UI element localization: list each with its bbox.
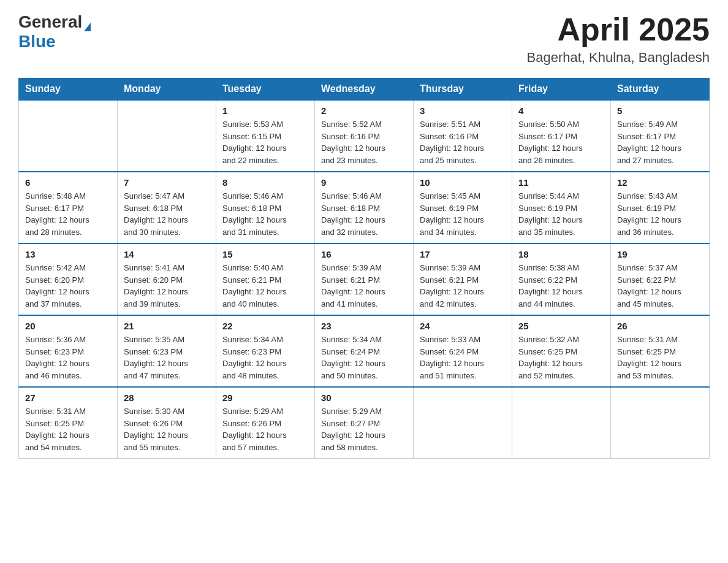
day-number: 1 xyxy=(222,105,308,116)
day-number: 5 xyxy=(617,105,703,116)
day-info: Sunrise: 5:46 AMSunset: 6:18 PMDaylight:… xyxy=(222,190,308,238)
day-info: Sunrise: 5:47 AMSunset: 6:18 PMDaylight:… xyxy=(124,190,210,238)
day-info: Sunrise: 5:34 AMSunset: 6:24 PMDaylight:… xyxy=(321,334,407,381)
calendar-cell: 2Sunrise: 5:52 AMSunset: 6:16 PMDaylight… xyxy=(315,100,414,172)
calendar-cell: 1Sunrise: 5:53 AMSunset: 6:15 PMDaylight… xyxy=(216,100,315,172)
calendar-week-row: 6Sunrise: 5:48 AMSunset: 6:17 PMDaylight… xyxy=(19,172,710,243)
month-year-title: April 2025 xyxy=(527,12,710,47)
calendar-cell: 7Sunrise: 5:47 AMSunset: 6:18 PMDaylight… xyxy=(118,172,216,243)
calendar-cell: 16Sunrise: 5:39 AMSunset: 6:21 PMDayligh… xyxy=(315,243,414,315)
day-info: Sunrise: 5:39 AMSunset: 6:21 PMDaylight:… xyxy=(321,262,407,310)
calendar-cell: 28Sunrise: 5:30 AMSunset: 6:26 PMDayligh… xyxy=(118,387,216,459)
day-number: 20 xyxy=(25,321,111,331)
calendar-cell: 13Sunrise: 5:42 AMSunset: 6:20 PMDayligh… xyxy=(19,243,118,315)
day-number: 2 xyxy=(321,105,407,116)
day-info: Sunrise: 5:50 AMSunset: 6:17 PMDaylight:… xyxy=(518,118,604,166)
day-number: 4 xyxy=(518,105,604,116)
calendar-cell: 17Sunrise: 5:39 AMSunset: 6:21 PMDayligh… xyxy=(414,243,512,315)
calendar-cell: 4Sunrise: 5:50 AMSunset: 6:17 PMDaylight… xyxy=(512,100,611,172)
calendar-cell xyxy=(512,387,611,459)
calendar-cell: 20Sunrise: 5:36 AMSunset: 6:23 PMDayligh… xyxy=(19,315,118,387)
day-number: 29 xyxy=(222,393,308,403)
day-number: 3 xyxy=(420,105,506,116)
calendar-cell: 12Sunrise: 5:43 AMSunset: 6:19 PMDayligh… xyxy=(611,172,710,243)
calendar-cell: 3Sunrise: 5:51 AMSunset: 6:16 PMDaylight… xyxy=(414,100,512,172)
calendar-cell: 18Sunrise: 5:38 AMSunset: 6:22 PMDayligh… xyxy=(512,243,611,315)
day-info: Sunrise: 5:46 AMSunset: 6:18 PMDaylight:… xyxy=(321,190,407,238)
day-info: Sunrise: 5:31 AMSunset: 6:25 PMDaylight:… xyxy=(25,405,111,453)
day-info: Sunrise: 5:45 AMSunset: 6:19 PMDaylight:… xyxy=(420,190,506,238)
logo-triangle-icon xyxy=(84,18,91,31)
calendar-cell: 25Sunrise: 5:32 AMSunset: 6:25 PMDayligh… xyxy=(512,315,611,387)
day-number: 14 xyxy=(124,249,210,259)
day-number: 24 xyxy=(420,321,506,331)
day-number: 11 xyxy=(518,177,604,188)
day-info: Sunrise: 5:44 AMSunset: 6:19 PMDaylight:… xyxy=(518,190,604,238)
calendar-cell xyxy=(611,387,710,459)
day-number: 10 xyxy=(420,177,506,188)
calendar-cell: 5Sunrise: 5:49 AMSunset: 6:17 PMDaylight… xyxy=(611,100,710,172)
day-number: 25 xyxy=(518,321,604,331)
calendar-cell: 11Sunrise: 5:44 AMSunset: 6:19 PMDayligh… xyxy=(512,172,611,243)
day-number: 7 xyxy=(124,177,210,188)
day-info: Sunrise: 5:39 AMSunset: 6:21 PMDaylight:… xyxy=(420,262,506,310)
day-info: Sunrise: 5:51 AMSunset: 6:16 PMDaylight:… xyxy=(420,118,506,166)
calendar-cell xyxy=(414,387,512,459)
weekday-header-row: SundayMondayTuesdayWednesdayThursdayFrid… xyxy=(19,79,710,101)
calendar-cell: 9Sunrise: 5:46 AMSunset: 6:18 PMDaylight… xyxy=(315,172,414,243)
day-info: Sunrise: 5:40 AMSunset: 6:21 PMDaylight:… xyxy=(222,262,308,310)
calendar-cell: 22Sunrise: 5:34 AMSunset: 6:23 PMDayligh… xyxy=(216,315,315,387)
calendar-cell: 27Sunrise: 5:31 AMSunset: 6:25 PMDayligh… xyxy=(19,387,118,459)
logo-general-text: General xyxy=(18,12,82,32)
day-info: Sunrise: 5:35 AMSunset: 6:23 PMDaylight:… xyxy=(124,334,210,381)
calendar-cell: 26Sunrise: 5:31 AMSunset: 6:25 PMDayligh… xyxy=(611,315,710,387)
day-info: Sunrise: 5:30 AMSunset: 6:26 PMDaylight:… xyxy=(124,405,210,453)
day-info: Sunrise: 5:37 AMSunset: 6:22 PMDaylight:… xyxy=(617,262,703,310)
page-header: General Blue April 2025 Bagerhat, Khulna… xyxy=(18,12,710,66)
day-number: 15 xyxy=(222,249,308,259)
calendar-week-row: 27Sunrise: 5:31 AMSunset: 6:25 PMDayligh… xyxy=(19,387,710,459)
day-number: 22 xyxy=(222,321,308,331)
weekday-header-saturday: Saturday xyxy=(611,79,710,101)
day-number: 12 xyxy=(617,177,703,188)
day-number: 16 xyxy=(321,249,407,259)
day-info: Sunrise: 5:42 AMSunset: 6:20 PMDaylight:… xyxy=(25,262,111,310)
weekday-header-tuesday: Tuesday xyxy=(216,79,315,101)
calendar-cell xyxy=(118,100,216,172)
weekday-header-sunday: Sunday xyxy=(19,79,118,101)
calendar-week-row: 20Sunrise: 5:36 AMSunset: 6:23 PMDayligh… xyxy=(19,315,710,387)
day-number: 13 xyxy=(25,249,111,259)
weekday-header-monday: Monday xyxy=(118,79,216,101)
day-number: 27 xyxy=(25,393,111,403)
day-number: 30 xyxy=(321,393,407,403)
day-info: Sunrise: 5:52 AMSunset: 6:16 PMDaylight:… xyxy=(321,118,407,166)
day-info: Sunrise: 5:32 AMSunset: 6:25 PMDaylight:… xyxy=(518,334,604,381)
calendar-table: SundayMondayTuesdayWednesdayThursdayFrid… xyxy=(18,78,710,459)
calendar-cell: 19Sunrise: 5:37 AMSunset: 6:22 PMDayligh… xyxy=(611,243,710,315)
day-number: 18 xyxy=(518,249,604,259)
day-number: 19 xyxy=(617,249,703,259)
day-number: 21 xyxy=(124,321,210,331)
day-number: 6 xyxy=(25,177,111,188)
day-info: Sunrise: 5:29 AMSunset: 6:27 PMDaylight:… xyxy=(321,405,407,453)
calendar-cell: 10Sunrise: 5:45 AMSunset: 6:19 PMDayligh… xyxy=(414,172,512,243)
location-title: Bagerhat, Khulna, Bangladesh xyxy=(527,50,710,66)
day-number: 23 xyxy=(321,321,407,331)
calendar-cell: 15Sunrise: 5:40 AMSunset: 6:21 PMDayligh… xyxy=(216,243,315,315)
day-info: Sunrise: 5:29 AMSunset: 6:26 PMDaylight:… xyxy=(222,405,308,453)
title-block: April 2025 Bagerhat, Khulna, Bangladesh xyxy=(527,12,710,66)
day-info: Sunrise: 5:36 AMSunset: 6:23 PMDaylight:… xyxy=(25,334,111,381)
logo-blue-text: Blue xyxy=(18,32,56,51)
calendar-cell: 24Sunrise: 5:33 AMSunset: 6:24 PMDayligh… xyxy=(414,315,512,387)
calendar-cell: 30Sunrise: 5:29 AMSunset: 6:27 PMDayligh… xyxy=(315,387,414,459)
calendar-cell: 29Sunrise: 5:29 AMSunset: 6:26 PMDayligh… xyxy=(216,387,315,459)
day-number: 26 xyxy=(617,321,703,331)
day-info: Sunrise: 5:53 AMSunset: 6:15 PMDaylight:… xyxy=(222,118,308,166)
day-number: 17 xyxy=(420,249,506,259)
day-number: 8 xyxy=(222,177,308,188)
calendar-cell: 23Sunrise: 5:34 AMSunset: 6:24 PMDayligh… xyxy=(315,315,414,387)
day-number: 28 xyxy=(124,393,210,403)
calendar-week-row: 13Sunrise: 5:42 AMSunset: 6:20 PMDayligh… xyxy=(19,243,710,315)
day-info: Sunrise: 5:38 AMSunset: 6:22 PMDaylight:… xyxy=(518,262,604,310)
day-info: Sunrise: 5:34 AMSunset: 6:23 PMDaylight:… xyxy=(222,334,308,381)
